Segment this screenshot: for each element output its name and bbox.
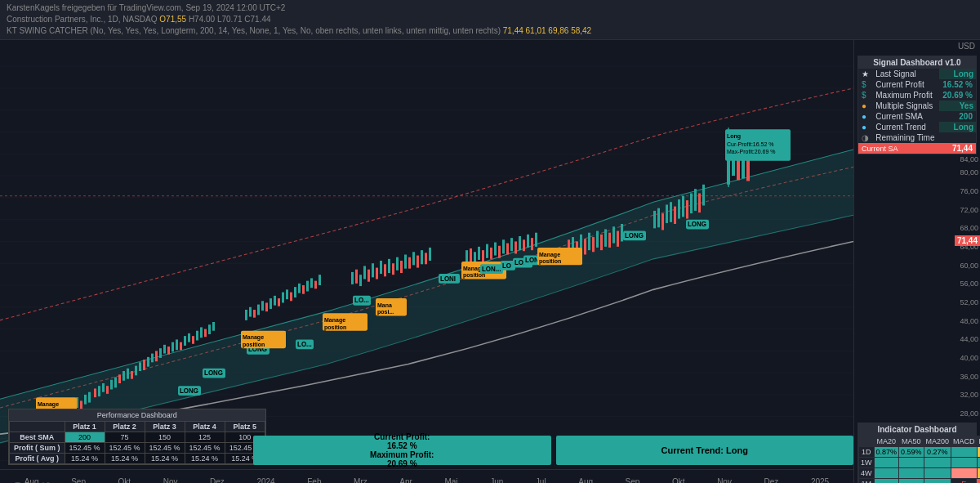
svg-rect-58 — [163, 345, 166, 354]
svg-rect-72 — [249, 307, 252, 317]
svg-rect-114 — [482, 250, 484, 262]
price-28: 28,00 — [960, 410, 978, 418]
svg-rect-116 — [490, 248, 492, 259]
time-2025: 2025 — [811, 477, 829, 483]
svg-rect-134 — [592, 237, 595, 252]
svg-rect-135 — [596, 231, 599, 248]
svg-rect-59 — [167, 347, 170, 355]
svg-rect-75 — [261, 301, 264, 311]
sd-currentprofit-label: Current Profit — [872, 79, 938, 90]
current-trend-box: Current Trend: Long — [556, 436, 854, 465]
id-1d-ma20: 0.87% — [874, 447, 899, 458]
sd-currentprice-label: Current SA — [858, 143, 939, 154]
sd-currenttrend-value: Long — [939, 122, 976, 132]
id-th-ma200: MA200 — [924, 436, 951, 447]
header-line1: KarstenKagels freigegeben für TradingVie… — [7, 2, 973, 14]
svg-rect-46 — [114, 378, 117, 388]
time-dez: Dez — [210, 477, 225, 483]
id-1m-ma50 — [899, 479, 924, 484]
indicator-dashboard-title: Indicator Dashboard — [858, 423, 976, 436]
price-76: 76,00 — [960, 188, 978, 195]
price-open: O71,55 — [159, 15, 189, 24]
svg-rect-61 — [176, 339, 178, 350]
sd-maxprofit-value: 20.69 % — [939, 90, 976, 101]
svg-text:LONI: LONI — [440, 274, 456, 282]
id-th-ma20: MA20 — [874, 436, 899, 447]
svg-rect-57 — [159, 348, 162, 358]
time-nov2: Nov — [717, 477, 732, 483]
perf-dashboard-title: Performance Dashboard — [9, 409, 265, 421]
svg-rect-88 — [314, 281, 317, 289]
svg-rect-39 — [84, 395, 87, 405]
svg-rect-117 — [494, 243, 497, 256]
pd-profitsum-4: 152.45 % — [185, 443, 225, 454]
sd-remaining-label: Remaining Time — [872, 132, 938, 143]
pd-col-4: Platz 4 — [185, 422, 225, 432]
svg-rect-84 — [298, 284, 301, 293]
time-labels: Aug Sep Okt Nov Dez 2024 Feb Mrz Apr Mai… — [0, 477, 853, 483]
id-1d-rsi: 70 — [977, 447, 980, 458]
current-price-label: 71,44 — [955, 235, 980, 246]
pd-col-empty — [10, 422, 65, 432]
svg-text:LONG: LONG — [625, 231, 644, 239]
svg-rect-93 — [363, 266, 366, 279]
svg-rect-63 — [184, 336, 186, 346]
price-high: H74.00 — [189, 15, 217, 24]
svg-rect-143 — [657, 208, 660, 228]
sd-remaining-icon: ◑ — [858, 132, 872, 143]
svg-rect-148 — [678, 199, 680, 219]
time-sep2: Sep — [626, 477, 640, 483]
pd-profitsum-label: Profit ( Sum ) — [10, 443, 65, 454]
svg-rect-103 — [404, 255, 407, 269]
svg-rect-85 — [302, 285, 305, 294]
svg-rect-140 — [617, 231, 619, 247]
price-36: 36,00 — [960, 373, 978, 381]
svg-rect-56 — [155, 351, 158, 361]
pd-profitavg-label: Profit ( Avg ) — [10, 454, 65, 464]
time-aug2: Aug — [578, 477, 593, 483]
sd-currentprofit-value: 16.52 % — [939, 79, 976, 90]
chart-area[interactable]: LONG Manage position LONG LONG LONG Mana… — [0, 40, 853, 483]
svg-rect-126 — [531, 238, 533, 250]
main-layout: LONG Manage position LONG LONG LONG Mana… — [0, 40, 980, 483]
sd-multisig-value: Yes — [939, 101, 976, 111]
svg-rect-139 — [612, 226, 615, 243]
chart-svg: LONG Manage position LONG LONG LONG Mana… — [0, 40, 853, 469]
sd-sma-icon: ● — [858, 111, 872, 122]
pd-bestsma-label: Best SMA — [10, 432, 65, 443]
svg-rect-80 — [282, 293, 284, 303]
svg-rect-40 — [88, 392, 91, 403]
svg-rect-43 — [102, 383, 105, 392]
svg-rect-91 — [355, 270, 358, 284]
svg-rect-94 — [368, 270, 370, 282]
id-th-empty — [859, 436, 875, 447]
svg-rect-110 — [466, 250, 468, 262]
id-4w-ma200 — [924, 468, 951, 479]
svg-rect-145 — [666, 204, 668, 223]
id-th-macd: MACD — [951, 436, 978, 447]
profit-trend-bar: Current Profit: 16.52 % Maximum Profit: … — [253, 436, 853, 465]
header: KarstenKagels freigegeben für TradingVie… — [0, 0, 980, 40]
id-1w-label: 1W — [859, 458, 875, 468]
svg-rect-68 — [204, 329, 207, 338]
svg-rect-73 — [253, 310, 256, 318]
time-feb: Feb — [307, 477, 321, 483]
svg-rect-137 — [604, 229, 607, 246]
svg-rect-100 — [392, 263, 394, 275]
svg-rect-105 — [412, 252, 415, 265]
svg-rect-120 — [506, 244, 509, 255]
sd-currentprice-value: 71,44 — [939, 143, 976, 154]
price-axis: 84,00 80,00 76,00 72,00 68,00 64,00 60,0… — [854, 156, 980, 421]
time-sep: Sep — [71, 477, 86, 483]
svg-rect-149 — [682, 196, 684, 217]
currency-label: USD — [854, 40, 980, 52]
price-72: 72,00 — [960, 207, 978, 214]
price-84: 84,00 — [960, 156, 978, 163]
svg-rect-146 — [670, 202, 672, 222]
right-panel: USD Signal Dashboard v1.0 ★ Last Signal … — [853, 40, 980, 483]
svg-rect-122 — [514, 241, 517, 253]
id-1w-rsi — [977, 458, 980, 468]
svg-rect-90 — [351, 272, 354, 284]
time-dez2: Dez — [764, 477, 779, 483]
sd-currentsma-value: 200 — [939, 111, 976, 122]
